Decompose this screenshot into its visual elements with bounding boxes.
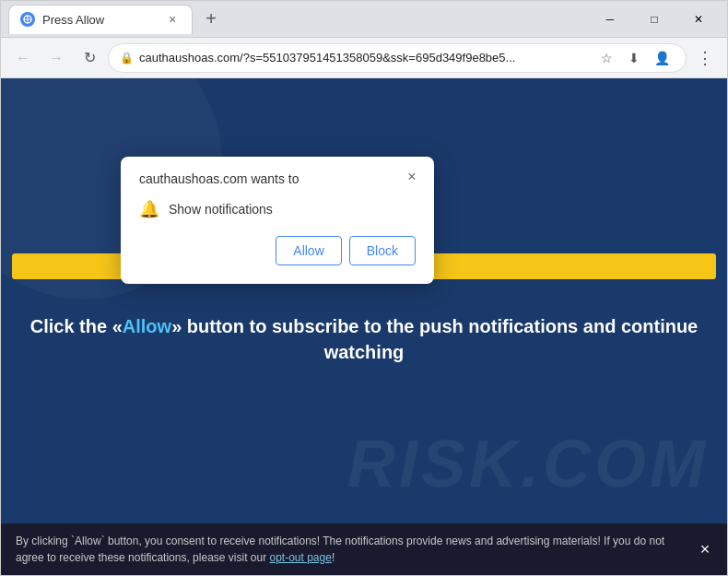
download-button[interactable]: ⬇: [621, 45, 647, 71]
consent-close-button[interactable]: ×: [694, 538, 716, 560]
profile-button[interactable]: 👤: [649, 45, 675, 71]
consent-bar: By clicking `Allow` button, you consent …: [1, 523, 727, 575]
block-button[interactable]: Block: [349, 236, 416, 265]
cta-container: Click the «Allow» button to subscribe to…: [1, 295, 727, 383]
lock-icon: 🔒: [120, 52, 134, 65]
menu-button[interactable]: ⋮: [690, 43, 720, 73]
permission-label: Show notifications: [169, 202, 273, 217]
tab-bar: Press Allow × +: [8, 5, 581, 34]
title-bar: Press Allow × + ─ □ ✕: [1, 1, 727, 38]
new-tab-button[interactable]: +: [198, 6, 224, 32]
address-bar[interactable]: 🔒 cauthaushoas.com/?s=551037951451358059…: [108, 43, 687, 73]
forward-button[interactable]: →: [41, 43, 71, 73]
consent-text-before: By clicking `Allow` button, you consent …: [16, 535, 664, 564]
close-button[interactable]: ✕: [677, 5, 720, 34]
tab-favicon: [20, 12, 35, 27]
permission-row: 🔔 Show notifications: [139, 199, 416, 219]
cta-text-before: Click the «: [30, 316, 123, 336]
cta-allow-text: Allow: [123, 316, 171, 336]
allow-button[interactable]: Allow: [276, 236, 341, 265]
browser-window: Press Allow × + ─ □ ✕ ← → ↻ 🔒 cauthausho…: [0, 0, 728, 576]
maximize-button[interactable]: □: [633, 5, 675, 34]
watermark: RISK.COM: [347, 426, 709, 501]
active-tab[interactable]: Press Allow ×: [8, 5, 193, 34]
bell-icon: 🔔: [139, 199, 159, 219]
notification-dialog: × cauthaushoas.com wants to 🔔 Show notif…: [121, 157, 434, 284]
consent-text-after: !: [332, 551, 335, 564]
minimize-button[interactable]: ─: [589, 5, 631, 34]
bookmark-button[interactable]: ☆: [593, 45, 619, 71]
address-actions: ☆ ⬇ 👤: [593, 45, 675, 71]
refresh-button[interactable]: ↻: [75, 43, 104, 73]
dialog-buttons: Allow Block: [139, 236, 416, 265]
window-controls: ─ □ ✕: [589, 5, 720, 34]
cta-text-after: » button to subscribe to the push notifi…: [171, 316, 698, 362]
address-text: cauthaushoas.com/?s=551037951451358059&s…: [139, 51, 588, 65]
page-content: × cauthaushoas.com wants to 🔔 Show notif…: [1, 78, 727, 575]
dialog-title: cauthaushoas.com wants to: [139, 171, 416, 186]
nav-bar: ← → ↻ 🔒 cauthaushoas.com/?s=551037951451…: [1, 38, 727, 78]
back-button[interactable]: ←: [8, 43, 38, 73]
tab-title: Press Allow: [42, 13, 104, 27]
opt-out-link[interactable]: opt-out page: [269, 551, 331, 564]
tab-close-button[interactable]: ×: [164, 11, 181, 28]
dialog-close-button[interactable]: ×: [401, 166, 423, 188]
cta-text: Click the «Allow» button to subscribe to…: [29, 313, 699, 365]
